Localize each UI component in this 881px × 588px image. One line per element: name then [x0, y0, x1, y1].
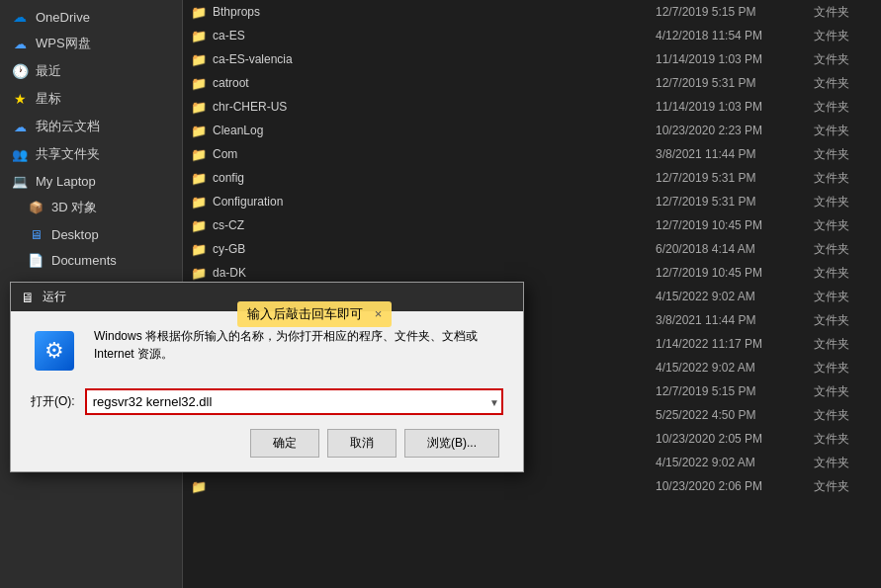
folder-icon: 📁	[191, 195, 207, 210]
file-date: 4/12/2018 11:54 PM	[656, 29, 814, 42]
file-row[interactable]: 📁 10/23/2020 2:06 PM 文件夹	[183, 474, 881, 498]
star-icon: ★	[12, 91, 28, 107]
file-name-cell: 📁 CleanLog	[191, 124, 656, 138]
sidebar-label-star: 星标	[36, 90, 61, 108]
file-row[interactable]: 📁 Bthprops 12/7/2019 5:15 PM 文件夹	[183, 0, 881, 24]
sidebar-label-my-laptop: My Laptop	[36, 174, 96, 189]
folder-icon: 📁	[191, 29, 207, 43]
file-type: 文件夹	[814, 336, 873, 353]
file-type: 文件夹	[814, 407, 873, 424]
run-dialog-description: Windows 将根据你所输入的名称，为你打开相应的程序、文件夹、文档或 Int…	[94, 327, 503, 363]
sidebar-item-onedrive[interactable]: ☁ OneDrive	[0, 4, 182, 30]
file-name: cy-GB	[213, 242, 245, 256]
file-type: 文件夹	[814, 265, 873, 282]
file-name-cell: 📁 Bthprops	[191, 5, 656, 20]
run-dialog-input-wrapper: ▼	[85, 388, 503, 415]
sidebar-item-documents[interactable]: 📄 Documents	[0, 247, 182, 273]
file-date: 10/23/2020 2:06 PM	[656, 479, 814, 493]
run-dialog-buttons: 确定 取消 浏览(B)...	[31, 429, 503, 462]
file-row[interactable]: 📁 config 12/7/2019 5:31 PM 文件夹	[183, 166, 881, 190]
sidebar-item-desktop[interactable]: 🖥 Desktop	[0, 221, 182, 247]
file-row[interactable]: 📁 catroot 12/7/2019 5:31 PM 文件夹	[183, 71, 881, 95]
sidebar-item-shared[interactable]: 👥 共享文件夹	[0, 140, 182, 168]
file-name-cell: 📁	[191, 479, 656, 494]
file-row[interactable]: 📁 ca-ES-valencia 11/14/2019 1:03 PM 文件夹	[183, 47, 881, 71]
file-row[interactable]: 📁 ca-ES 4/12/2018 11:54 PM 文件夹	[183, 24, 881, 47]
file-row[interactable]: 📁 Configuration 12/7/2019 5:31 PM 文件夹	[183, 190, 881, 213]
folder-icon: 📁	[191, 242, 207, 257]
file-type: 文件夹	[814, 360, 873, 377]
sidebar-label-3d: 3D 对象	[51, 199, 97, 216]
file-name-cell: 📁 da-DK	[191, 266, 656, 281]
sidebar-item-my-laptop[interactable]: 💻 My Laptop	[0, 168, 182, 194]
file-type: 文件夹	[814, 4, 873, 21]
sidebar-item-recent[interactable]: 🕐 最近	[0, 57, 182, 85]
file-type: 文件夹	[814, 289, 873, 305]
file-name: Com	[213, 147, 237, 161]
ok-button[interactable]: 确定	[250, 429, 319, 458]
file-type: 文件夹	[814, 194, 873, 210]
sidebar-item-wps[interactable]: ☁ WPS网盘	[0, 30, 182, 57]
file-type: 文件夹	[814, 123, 873, 139]
file-date: 1/14/2022 11:17 PM	[656, 337, 814, 351]
file-name: CleanLog	[213, 124, 263, 137]
file-name-cell: 📁 catroot	[191, 76, 656, 91]
file-type: 文件夹	[814, 146, 873, 163]
file-row[interactable]: 📁 cy-GB 6/20/2018 4:14 AM 文件夹	[183, 237, 881, 261]
file-row[interactable]: 📁 chr-CHER-US 11/14/2019 1:03 PM 文件夹	[183, 95, 881, 119]
folder-icon: 📁	[191, 479, 207, 494]
run-icon-symbol: ⚙	[44, 338, 64, 364]
file-name: chr-CHER-US	[213, 100, 287, 114]
sidebar-item-3d[interactable]: 📦 3D 对象	[0, 194, 182, 221]
cloud-docs-icon: ☁	[12, 119, 28, 134]
tooltip-text: 输入后敲击回车即可	[247, 306, 363, 321]
folder-icon: 📁	[191, 52, 207, 67]
folder-icon: 📁	[191, 171, 207, 186]
run-icon-inner: ⚙	[35, 331, 74, 371]
folder-icon: 📁	[191, 5, 207, 20]
file-row[interactable]: 📁 Com 3/8/2021 11:44 PM 文件夹	[183, 142, 881, 166]
sidebar-item-cloud-docs[interactable]: ☁ 我的云文档	[0, 113, 182, 140]
run-dialog-input-label: 打开(O):	[31, 393, 75, 410]
wps-icon: ☁	[12, 36, 28, 51]
folder-icon: 📁	[191, 76, 207, 91]
onedrive-icon: ☁	[12, 9, 28, 25]
run-dialog-input[interactable]	[87, 390, 501, 413]
file-name-cell: 📁 Configuration	[191, 195, 656, 210]
file-type: 文件夹	[814, 383, 873, 400]
run-dialog-content: ⚙ Windows 将根据你所输入的名称，为你打开相应的程序、文件夹、文档或 I…	[31, 327, 503, 375]
file-date: 4/15/2022 9:02 AM	[656, 456, 814, 469]
file-name: catroot	[213, 76, 249, 90]
run-dialog-title: 运行	[43, 289, 66, 305]
folder-icon: 📁	[191, 147, 207, 162]
file-type: 文件夹	[814, 431, 873, 448]
file-name-cell: 📁 chr-CHER-US	[191, 100, 656, 115]
file-type: 文件夹	[814, 217, 873, 234]
file-name-cell: 📁 Com	[191, 147, 656, 162]
documents-icon: 📄	[28, 252, 44, 268]
dropdown-arrow-icon[interactable]: ▼	[489, 396, 499, 407]
file-type: 文件夹	[814, 478, 873, 495]
file-date: 12/7/2019 5:31 PM	[656, 76, 814, 90]
sidebar-label-recent: 最近	[36, 62, 61, 80]
laptop-icon: 💻	[12, 173, 28, 189]
file-type: 文件夹	[814, 312, 873, 329]
file-row[interactable]: 📁 CleanLog 10/23/2020 2:23 PM 文件夹	[183, 119, 881, 142]
cancel-button[interactable]: 取消	[327, 429, 396, 458]
file-type: 文件夹	[814, 51, 873, 68]
file-date: 3/8/2021 11:44 PM	[656, 147, 814, 161]
recent-icon: 🕐	[12, 63, 28, 79]
file-name: Configuration	[213, 195, 283, 209]
desktop-icon: 🖥	[28, 226, 44, 242]
file-name: cs-CZ	[213, 218, 244, 232]
run-dialog-input-row: 打开(O): ▼	[31, 388, 503, 415]
file-date: 6/20/2018 4:14 AM	[656, 242, 814, 256]
file-row[interactable]: 📁 cs-CZ 12/7/2019 10:45 PM 文件夹	[183, 213, 881, 237]
file-type: 文件夹	[814, 99, 873, 116]
file-type: 文件夹	[814, 170, 873, 187]
sidebar-item-star[interactable]: ★ 星标	[0, 85, 182, 113]
browse-button[interactable]: 浏览(B)...	[404, 429, 499, 458]
sidebar-label-onedrive: OneDrive	[36, 10, 90, 25]
file-date: 10/23/2020 2:23 PM	[656, 124, 814, 137]
file-name: Bthprops	[213, 5, 260, 19]
